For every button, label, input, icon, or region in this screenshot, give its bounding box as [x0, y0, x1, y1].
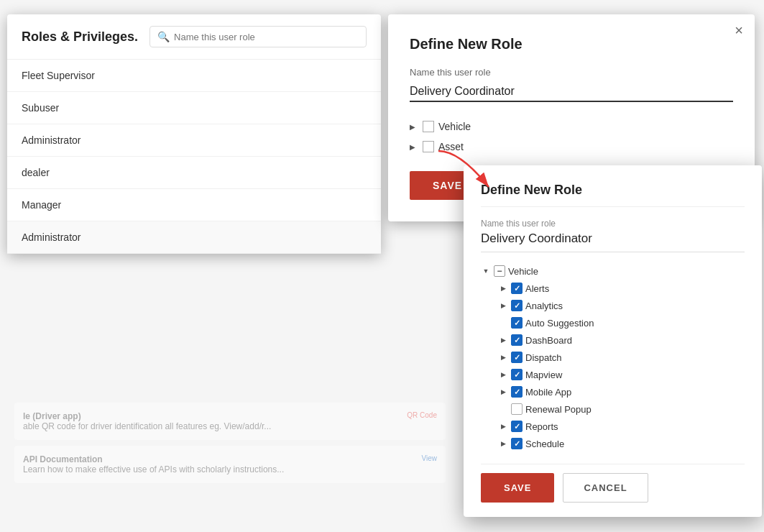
- vehicle-checkbox[interactable]: [423, 121, 434, 132]
- dashboard-label: DashBoard: [525, 335, 572, 346]
- lower-field-label: Name this user role: [481, 219, 745, 229]
- bg-card-api: API Documentation View Learn how to make…: [14, 446, 446, 483]
- vehicle-label: Vehicle: [438, 121, 471, 132]
- tree-row-schedule: Schedule: [481, 435, 745, 452]
- renewalpopup-label: Renewal Popup: [525, 404, 592, 415]
- list-item[interactable]: Fleet Supervisor: [7, 60, 381, 92]
- tree-row-mapview: Mapview: [481, 366, 745, 383]
- tree-vehicle-row: ▶ Vehicle: [410, 116, 733, 137]
- bg-card-driver: le (Driver app) QR Code able QR code for…: [14, 403, 446, 440]
- tree-row-renewalpopup: Renewal Popup: [481, 400, 745, 418]
- schedule-checkbox[interactable]: [511, 438, 523, 449]
- tree-row-alerts: Alerts: [481, 280, 745, 297]
- expand-reports-arrow[interactable]: [498, 421, 508, 431]
- alerts-checkbox[interactable]: [511, 283, 523, 294]
- role-search-box[interactable]: 🔍: [149, 26, 367, 47]
- modal-roles-title: Roles & Privileges.: [22, 29, 138, 45]
- define-role-lower-modal: Define New Role Name this user role Deli…: [464, 165, 762, 517]
- expand-vehicle-arrow[interactable]: ▶: [410, 123, 418, 131]
- modal-footer: SAVE CANCEL: [481, 464, 745, 503]
- expand-dispatch-arrow[interactable]: [498, 352, 508, 362]
- define-role-lower-title: Define New Role: [481, 183, 745, 207]
- tree-row-autosuggestion: Auto Suggestion: [481, 314, 745, 331]
- modal-roles-header: Roles & Privileges. 🔍: [7, 14, 381, 60]
- expand-analytics-arrow[interactable]: [498, 301, 508, 311]
- define-role-upper-title: Define New Role: [410, 36, 733, 52]
- tree-row-dashboard: DashBoard: [481, 331, 745, 349]
- schedule-label: Schedule: [525, 439, 564, 449]
- tree-row-dispatch: Dispatch: [481, 349, 745, 366]
- reports-label: Reports: [525, 421, 558, 432]
- analytics-label: Analytics: [525, 301, 563, 311]
- autosuggestion-checkbox[interactable]: [511, 317, 523, 329]
- background-content: le (Driver app) QR Code able QR code for…: [0, 388, 460, 532]
- expand-dashboard-arrow[interactable]: [498, 335, 508, 345]
- alerts-label: Alerts: [525, 283, 549, 294]
- vehicle-tree-label: Vehicle: [508, 266, 538, 277]
- list-item[interactable]: dealer: [7, 157, 381, 189]
- expand-schedule-arrow[interactable]: [498, 439, 508, 449]
- collapse-vehicle-arrow[interactable]: [481, 266, 491, 276]
- analytics-checkbox[interactable]: [511, 300, 523, 311]
- save-button[interactable]: SAVE: [481, 473, 554, 503]
- mapview-checkbox[interactable]: [511, 369, 523, 380]
- role-search-input[interactable]: [174, 32, 359, 42]
- tree-row-reports: Reports: [481, 418, 745, 435]
- role-name-input[interactable]: [410, 82, 733, 102]
- search-icon: 🔍: [157, 31, 170, 42]
- mapview-label: Mapview: [525, 370, 562, 380]
- dispatch-label: Dispatch: [525, 352, 562, 363]
- list-item[interactable]: Subuser: [7, 92, 381, 124]
- list-item[interactable]: Manager: [7, 189, 381, 221]
- mobileapp-label: Mobile App: [525, 387, 571, 398]
- roles-privileges-modal: Roles & Privileges. 🔍 Fleet Supervisor S…: [7, 14, 381, 254]
- tree-row-analytics: Analytics: [481, 297, 745, 314]
- expand-mapview-arrow[interactable]: [498, 370, 508, 380]
- asset-label: Asset: [438, 141, 464, 152]
- list-item[interactable]: Administrator: [7, 221, 381, 254]
- expand-alerts-arrow[interactable]: [498, 283, 508, 293]
- roles-list: Fleet Supervisor Subuser Administrator d…: [7, 60, 381, 254]
- expand-asset-arrow[interactable]: ▶: [410, 143, 418, 151]
- dashboard-checkbox[interactable]: [511, 334, 523, 346]
- tree-row-vehicle: Vehicle: [481, 262, 745, 280]
- expand-mobileapp-arrow[interactable]: [498, 387, 508, 397]
- cancel-button[interactable]: CANCEL: [563, 473, 648, 503]
- renewalpopup-checkbox[interactable]: [511, 403, 523, 415]
- tree-row-mobileapp: Mobile App: [481, 383, 745, 400]
- tree-asset-row: ▶ Asset: [410, 137, 733, 157]
- role-name-display: Delivery Coordinator: [481, 231, 745, 252]
- mobileapp-checkbox[interactable]: [511, 386, 523, 398]
- close-button[interactable]: ×: [735, 23, 743, 37]
- asset-checkbox[interactable]: [423, 141, 434, 152]
- reports-checkbox[interactable]: [511, 421, 523, 432]
- field-label: Name this user role: [410, 67, 733, 78]
- autosuggestion-label: Auto Suggestion: [525, 318, 594, 329]
- vehicle-partial-checkbox[interactable]: [494, 265, 505, 277]
- dispatch-checkbox[interactable]: [511, 352, 523, 363]
- list-item[interactable]: Administrator: [7, 124, 381, 157]
